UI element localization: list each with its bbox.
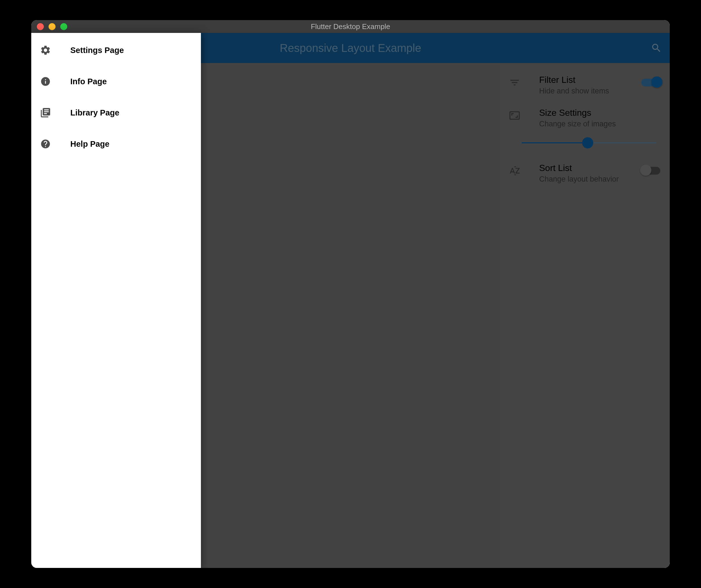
help-icon	[40, 138, 51, 150]
drawer-item-library[interactable]: Library Page	[31, 97, 201, 128]
navigation-drawer: Settings Page Info Page Library Page Hel…	[31, 33, 201, 568]
minimize-window-button[interactable]	[48, 23, 55, 30]
app-window: Flutter Desktop Example Responsive Layou…	[31, 20, 670, 568]
window-controls	[31, 23, 67, 30]
drawer-item-label: Help Page	[70, 139, 109, 149]
client-area: Responsive Layout Example Close Filter L…	[31, 33, 670, 568]
drawer-item-info[interactable]: Info Page	[31, 66, 201, 97]
library-icon	[40, 107, 51, 118]
drawer-item-label: Settings Page	[70, 46, 124, 55]
gear-icon	[40, 44, 51, 56]
fullscreen-window-button[interactable]	[60, 23, 67, 30]
window-title: Flutter Desktop Example	[31, 22, 670, 31]
drawer-item-help[interactable]: Help Page	[31, 128, 201, 160]
drawer-item-settings[interactable]: Settings Page	[31, 35, 201, 66]
info-icon	[40, 76, 51, 87]
drawer-item-label: Library Page	[70, 108, 120, 117]
drawer-item-label: Info Page	[70, 77, 107, 86]
titlebar: Flutter Desktop Example	[31, 20, 670, 33]
close-window-button[interactable]	[37, 23, 44, 30]
